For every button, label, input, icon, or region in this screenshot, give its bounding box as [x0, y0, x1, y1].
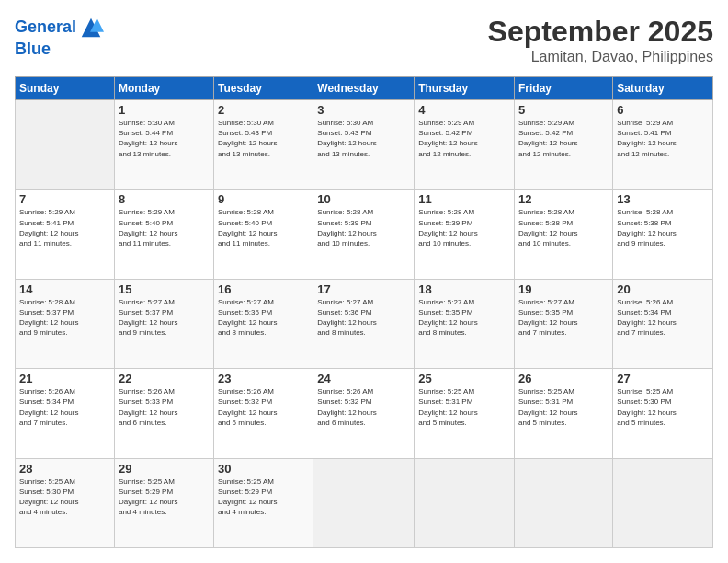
day-header-sunday: Sunday	[16, 77, 115, 100]
calendar-cell: 28Sunrise: 5:25 AM Sunset: 5:30 PM Dayli…	[16, 458, 115, 547]
day-info: Sunrise: 5:27 AM Sunset: 5:35 PM Dayligh…	[418, 297, 510, 339]
calendar-cell	[613, 458, 713, 547]
day-number: 23	[218, 372, 309, 385]
day-info: Sunrise: 5:29 AM Sunset: 5:42 PM Dayligh…	[418, 118, 510, 159]
calendar-cell: 20Sunrise: 5:26 AM Sunset: 5:34 PM Dayli…	[613, 279, 713, 368]
day-number: 5	[518, 103, 609, 117]
calendar-cell	[16, 100, 115, 190]
day-info: Sunrise: 5:29 AM Sunset: 5:41 PM Dayligh…	[617, 118, 709, 159]
day-info: Sunrise: 5:25 AM Sunset: 5:29 PM Dayligh…	[218, 477, 309, 518]
day-number: 20	[617, 282, 709, 296]
day-info: Sunrise: 5:28 AM Sunset: 5:40 PM Dayligh…	[218, 207, 309, 248]
day-number: 11	[418, 192, 510, 206]
day-number: 15	[119, 282, 210, 296]
day-info: Sunrise: 5:29 AM Sunset: 5:40 PM Dayligh…	[119, 207, 210, 248]
day-number: 7	[19, 192, 110, 206]
week-row-2: 14Sunrise: 5:28 AM Sunset: 5:37 PM Dayli…	[16, 279, 713, 368]
calendar-cell: 1Sunrise: 5:30 AM Sunset: 5:44 PM Daylig…	[114, 100, 213, 190]
day-number: 17	[317, 282, 410, 296]
location: Lamitan, Davao, Philippines	[488, 49, 713, 65]
day-number: 16	[218, 282, 309, 296]
calendar-cell: 29Sunrise: 5:25 AM Sunset: 5:29 PM Dayli…	[114, 458, 213, 547]
day-info: Sunrise: 5:25 AM Sunset: 5:30 PM Dayligh…	[19, 477, 110, 518]
day-info: Sunrise: 5:30 AM Sunset: 5:44 PM Dayligh…	[119, 118, 210, 159]
day-info: Sunrise: 5:26 AM Sunset: 5:32 PM Dayligh…	[218, 386, 309, 428]
week-row-0: 1Sunrise: 5:30 AM Sunset: 5:44 PM Daylig…	[16, 100, 713, 190]
calendar-cell: 5Sunrise: 5:29 AM Sunset: 5:42 PM Daylig…	[515, 100, 613, 190]
calendar-cell: 26Sunrise: 5:25 AM Sunset: 5:31 PM Dayli…	[515, 369, 613, 458]
day-info: Sunrise: 5:28 AM Sunset: 5:39 PM Dayligh…	[418, 207, 510, 248]
calendar-cell: 15Sunrise: 5:27 AM Sunset: 5:37 PM Dayli…	[114, 279, 213, 368]
calendar-cell: 25Sunrise: 5:25 AM Sunset: 5:31 PM Dayli…	[415, 369, 515, 458]
week-row-1: 7Sunrise: 5:29 AM Sunset: 5:41 PM Daylig…	[16, 190, 713, 279]
day-number: 13	[617, 192, 709, 206]
calendar-cell	[515, 458, 613, 547]
calendar-cell: 4Sunrise: 5:29 AM Sunset: 5:42 PM Daylig…	[415, 100, 515, 190]
calendar-cell: 3Sunrise: 5:30 AM Sunset: 5:43 PM Daylig…	[313, 100, 415, 190]
day-info: Sunrise: 5:27 AM Sunset: 5:36 PM Dayligh…	[317, 297, 410, 339]
day-header-tuesday: Tuesday	[214, 77, 313, 100]
calendar-cell: 27Sunrise: 5:25 AM Sunset: 5:30 PM Dayli…	[613, 369, 713, 458]
day-info: Sunrise: 5:25 AM Sunset: 5:30 PM Dayligh…	[617, 386, 709, 428]
calendar-cell: 16Sunrise: 5:27 AM Sunset: 5:36 PM Dayli…	[214, 279, 313, 368]
day-info: Sunrise: 5:26 AM Sunset: 5:33 PM Dayligh…	[119, 386, 210, 428]
day-number: 28	[19, 462, 110, 476]
day-header-monday: Monday	[114, 77, 213, 100]
day-number: 10	[317, 192, 410, 206]
calendar-cell	[415, 458, 515, 547]
page: General Blue September 2025 Lamitan, Dav…	[0, 0, 728, 563]
logo-blue-text: Blue	[15, 40, 104, 59]
day-info: Sunrise: 5:27 AM Sunset: 5:37 PM Dayligh…	[119, 297, 210, 339]
day-number: 9	[218, 192, 309, 206]
calendar-cell: 23Sunrise: 5:26 AM Sunset: 5:32 PM Dayli…	[214, 369, 313, 458]
day-number: 21	[19, 372, 110, 385]
title-block: September 2025 Lamitan, Davao, Philippin…	[488, 15, 713, 65]
day-number: 22	[119, 372, 210, 385]
day-number: 26	[518, 372, 609, 385]
calendar-cell: 13Sunrise: 5:28 AM Sunset: 5:38 PM Dayli…	[613, 190, 713, 279]
day-number: 1	[119, 103, 210, 117]
calendar-cell: 30Sunrise: 5:25 AM Sunset: 5:29 PM Dayli…	[214, 458, 313, 547]
calendar-table: SundayMondayTuesdayWednesdayThursdayFrid…	[15, 76, 713, 548]
calendar-cell: 14Sunrise: 5:28 AM Sunset: 5:37 PM Dayli…	[16, 279, 115, 368]
day-info: Sunrise: 5:28 AM Sunset: 5:39 PM Dayligh…	[317, 207, 410, 248]
calendar-cell: 21Sunrise: 5:26 AM Sunset: 5:34 PM Dayli…	[16, 369, 115, 458]
logo: General Blue	[15, 15, 104, 59]
day-info: Sunrise: 5:26 AM Sunset: 5:32 PM Dayligh…	[317, 386, 410, 428]
calendar-cell: 12Sunrise: 5:28 AM Sunset: 5:38 PM Dayli…	[515, 190, 613, 279]
day-number: 30	[218, 462, 309, 476]
day-info: Sunrise: 5:28 AM Sunset: 5:38 PM Dayligh…	[617, 207, 709, 248]
day-number: 19	[518, 282, 609, 296]
calendar-cell: 7Sunrise: 5:29 AM Sunset: 5:41 PM Daylig…	[16, 190, 115, 279]
calendar-cell: 10Sunrise: 5:28 AM Sunset: 5:39 PM Dayli…	[313, 190, 415, 279]
day-number: 6	[617, 103, 709, 117]
day-header-saturday: Saturday	[613, 77, 713, 100]
day-number: 18	[418, 282, 510, 296]
day-number: 4	[418, 103, 510, 117]
day-info: Sunrise: 5:29 AM Sunset: 5:42 PM Dayligh…	[518, 118, 609, 159]
calendar-cell: 22Sunrise: 5:26 AM Sunset: 5:33 PM Dayli…	[114, 369, 213, 458]
day-number: 25	[418, 372, 510, 385]
calendar-cell: 8Sunrise: 5:29 AM Sunset: 5:40 PM Daylig…	[114, 190, 213, 279]
day-info: Sunrise: 5:28 AM Sunset: 5:37 PM Dayligh…	[19, 297, 110, 339]
day-number: 14	[19, 282, 110, 296]
day-info: Sunrise: 5:29 AM Sunset: 5:41 PM Dayligh…	[19, 207, 110, 248]
day-info: Sunrise: 5:28 AM Sunset: 5:38 PM Dayligh…	[518, 207, 609, 248]
calendar-cell: 18Sunrise: 5:27 AM Sunset: 5:35 PM Dayli…	[415, 279, 515, 368]
day-header-thursday: Thursday	[415, 77, 515, 100]
day-info: Sunrise: 5:25 AM Sunset: 5:29 PM Dayligh…	[119, 477, 210, 518]
calendar-cell: 11Sunrise: 5:28 AM Sunset: 5:39 PM Dayli…	[415, 190, 515, 279]
calendar-cell: 2Sunrise: 5:30 AM Sunset: 5:43 PM Daylig…	[214, 100, 313, 190]
calendar-cell: 17Sunrise: 5:27 AM Sunset: 5:36 PM Dayli…	[313, 279, 415, 368]
day-number: 12	[518, 192, 609, 206]
day-header-wednesday: Wednesday	[313, 77, 415, 100]
day-info: Sunrise: 5:27 AM Sunset: 5:36 PM Dayligh…	[218, 297, 309, 339]
calendar-header-row: SundayMondayTuesdayWednesdayThursdayFrid…	[16, 77, 713, 100]
calendar-cell: 9Sunrise: 5:28 AM Sunset: 5:40 PM Daylig…	[214, 190, 313, 279]
day-number: 27	[617, 372, 709, 385]
calendar-cell	[313, 458, 415, 547]
day-info: Sunrise: 5:25 AM Sunset: 5:31 PM Dayligh…	[518, 386, 609, 428]
day-header-friday: Friday	[515, 77, 613, 100]
logo-text: General	[15, 18, 76, 37]
day-info: Sunrise: 5:30 AM Sunset: 5:43 PM Dayligh…	[218, 118, 309, 159]
